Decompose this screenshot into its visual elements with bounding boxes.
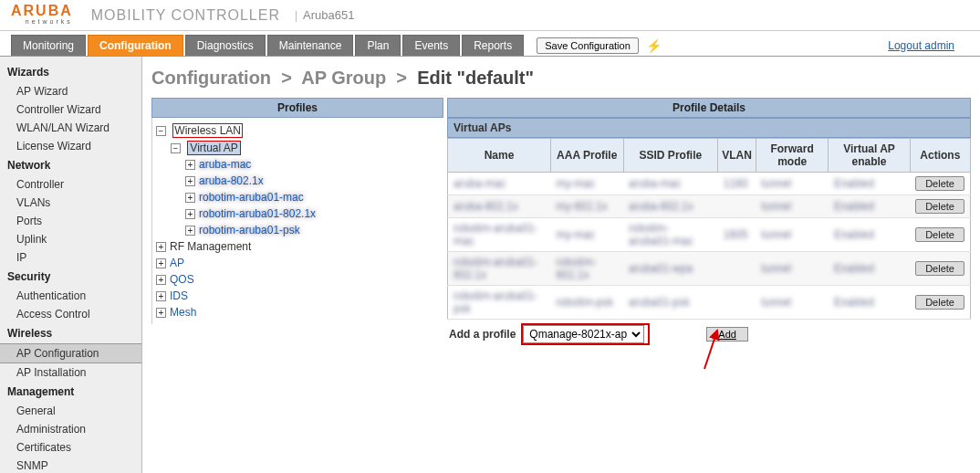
cell-value: Enabled: [834, 200, 874, 213]
cell-value: robotim-aruba01-802.1x: [454, 256, 537, 281]
expand-icon[interactable]: +: [185, 209, 195, 219]
tree-mesh[interactable]: +Mesh: [152, 304, 443, 321]
tab-plan[interactable]: Plan: [355, 35, 401, 56]
collapse-icon[interactable]: −: [156, 126, 166, 136]
tree-ids[interactable]: +IDS: [152, 288, 443, 304]
sidebar-item-ap-configuration[interactable]: AP Configuration: [0, 343, 141, 363]
sidebar-item-certificates[interactable]: Certificates: [0, 438, 141, 457]
breadcrumb-b[interactable]: AP Group: [301, 68, 386, 88]
tree-vap-child[interactable]: +robotim-aruba01-802.1x: [182, 205, 443, 222]
delete-button[interactable]: Delete: [915, 227, 964, 242]
tab-diagnostics[interactable]: Diagnostics: [185, 35, 266, 56]
table-row[interactable]: robotim-aruba01-macmy-macrobotim-aruba01…: [448, 218, 971, 252]
delete-button[interactable]: Delete: [915, 295, 964, 310]
sidebar-item-ports[interactable]: Ports: [0, 212, 141, 230]
virtual-aps-table: Name AAA Profile SSID Profile VLAN Forwa…: [447, 138, 971, 320]
expand-icon[interactable]: +: [156, 275, 166, 285]
expand-icon[interactable]: +: [185, 226, 195, 236]
tree-virtual-ap[interactable]: − Virtual AP: [167, 140, 443, 156]
expand-icon[interactable]: +: [185, 160, 195, 170]
logout-link[interactable]: Logout admin: [888, 39, 954, 52]
add-profile-select[interactable]: Qmanage-8021x-ap: [523, 325, 644, 343]
tree-vap-child[interactable]: +aruba-mac: [182, 156, 443, 173]
sidebar-heading-network: Network: [0, 155, 141, 175]
collapse-icon[interactable]: −: [171, 143, 181, 153]
cell-value: aruba-802.1x: [454, 200, 518, 213]
profile-details-title: Profile Details: [447, 98, 971, 118]
tab-monitoring[interactable]: Monitoring: [11, 35, 86, 56]
sidebar-item-ap-installation[interactable]: AP Installation: [0, 363, 141, 382]
cell-value: aruba-802.1x: [629, 200, 693, 213]
sidebar-item-wlan-lan-wizard[interactable]: WLAN/LAN Wizard: [0, 119, 141, 137]
tab-events[interactable]: Events: [402, 35, 460, 56]
cell-value: Enabled: [834, 228, 874, 241]
sidebar-heading-wizards: Wizards: [0, 62, 141, 82]
app-header: ARUBA networks MOBILITY CONTROLLER | Aru…: [0, 0, 980, 31]
cell-value: Enabled: [834, 296, 874, 309]
delete-button[interactable]: Delete: [915, 176, 964, 191]
expand-icon[interactable]: +: [185, 193, 195, 203]
expand-icon[interactable]: +: [156, 242, 166, 252]
add-profile-label: Add a profile: [449, 328, 516, 341]
cell-value: robotim-aruba01-mac: [454, 222, 537, 247]
tree-vap-child[interactable]: +robotim-aruba01-mac: [182, 189, 443, 205]
col-enable: Virtual AP enable: [829, 139, 910, 173]
sidebar-item-ap-wizard[interactable]: AP Wizard: [0, 82, 141, 100]
tab-configuration[interactable]: Configuration: [88, 35, 183, 56]
sidebar-item-controller-wizard[interactable]: Controller Wizard: [0, 100, 141, 119]
sidebar-heading-management: Management: [0, 382, 141, 402]
top-tabs: Monitoring Configuration Diagnostics Mai…: [0, 31, 980, 57]
tree-wireless-lan[interactable]: − Wireless LAN: [152, 121, 443, 140]
delete-button[interactable]: Delete: [915, 199, 964, 214]
add-button[interactable]: Add: [706, 327, 748, 342]
col-ssid: SSID Profile: [623, 139, 718, 173]
profiles-title: Profiles: [151, 98, 443, 118]
cell-value: 1180: [724, 177, 748, 190]
cell-value: Enabled: [834, 177, 874, 190]
col-aaa: AAA Profile: [550, 139, 623, 173]
sidebar-item-license-wizard[interactable]: License Wizard: [0, 137, 141, 155]
profile-details-panel: Profile Details Virtual APs Name AAA Pro…: [447, 98, 971, 349]
sidebar-item-uplink[interactable]: Uplink: [0, 230, 141, 248]
cell-value: aruba-mac: [629, 177, 681, 190]
expand-icon[interactable]: +: [185, 176, 195, 186]
col-actions: Actions: [910, 139, 970, 173]
table-row[interactable]: robotim-aruba01-pskrobotim-pskaruba01-ps…: [448, 286, 971, 320]
brand-sub: networks: [11, 18, 73, 25]
cell-value: robotim-psk: [556, 296, 613, 309]
cell-value: tunnel: [761, 200, 791, 213]
sidebar-item-snmp[interactable]: SNMP: [0, 457, 141, 473]
table-row[interactable]: aruba-802.1xmy-802.1xaruba-802.1xtunnelE…: [448, 195, 971, 218]
cell-value: tunnel: [761, 296, 791, 309]
tab-reports[interactable]: Reports: [462, 35, 524, 56]
breadcrumb-a[interactable]: Configuration: [151, 68, 271, 88]
sidebar-item-access-control[interactable]: Access Control: [0, 305, 141, 323]
cell-value: tunnel: [761, 177, 791, 190]
tab-maintenance[interactable]: Maintenance: [267, 35, 354, 56]
table-row[interactable]: aruba-macmy-macaruba-mac1180tunnelEnable…: [448, 173, 971, 195]
col-name: Name: [448, 139, 551, 173]
sidebar-item-authentication[interactable]: Authentication: [0, 287, 141, 305]
tree-vap-child[interactable]: +robotim-aruba01-psk: [182, 222, 443, 238]
expand-icon[interactable]: +: [156, 258, 166, 268]
expand-icon[interactable]: +: [156, 308, 166, 318]
tree-vap-child[interactable]: +aruba-802.1x: [182, 173, 443, 189]
breadcrumb-c: Edit "default": [417, 68, 534, 88]
sidebar-item-ip[interactable]: IP: [0, 248, 141, 267]
sidebar-item-administration[interactable]: Administration: [0, 420, 141, 438]
cell-value: robotim-aruba01-mac: [629, 222, 693, 247]
sidebar-item-vlans[interactable]: VLANs: [0, 194, 141, 212]
tree-rf-management[interactable]: +RF Management: [152, 238, 443, 255]
cell-value: my-802.1x: [556, 200, 607, 213]
tree-ap[interactable]: +AP: [152, 255, 443, 271]
separator: |: [295, 9, 297, 22]
table-row[interactable]: robotim-aruba01-802.1xrobotim-802.1xarub…: [448, 252, 971, 286]
sidebar-heading-security: Security: [0, 267, 141, 287]
save-config-button[interactable]: Save Configuration: [537, 37, 639, 54]
delete-button[interactable]: Delete: [915, 261, 964, 276]
sidebar-item-controller[interactable]: Controller: [0, 175, 141, 194]
tree-qos[interactable]: +QOS: [152, 271, 443, 288]
sidebar-item-general[interactable]: General: [0, 402, 141, 420]
pin-icon[interactable]: ⚡: [646, 38, 662, 53]
expand-icon[interactable]: +: [156, 291, 166, 301]
